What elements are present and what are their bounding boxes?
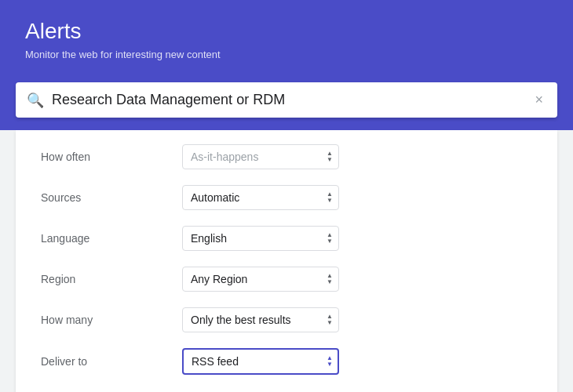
how-many-label: How many <box>41 314 182 326</box>
sources-select[interactable]: Automatic News Blogs Web Video Books Dis… <box>182 185 339 210</box>
deliver-to-select-wrapper: RSS feed Email ▲ ▼ <box>182 348 339 375</box>
how-often-select-wrapper: As-it-happens At most once a day At most… <box>182 144 339 169</box>
page-title: Alerts <box>25 19 548 44</box>
search-input[interactable] <box>52 92 531 108</box>
search-icon: 🔍 <box>27 92 44 109</box>
how-many-row: How many Only the best results All resul… <box>16 299 557 340</box>
header: Alerts Monitor the web for interesting n… <box>0 0 573 82</box>
how-many-select[interactable]: Only the best results All results <box>182 307 339 332</box>
language-select-wrapper: English Any Language ▲ ▼ <box>182 226 339 251</box>
clear-search-button[interactable]: × <box>531 90 546 110</box>
region-select-wrapper: Any Region United States United Kingdom … <box>182 267 339 292</box>
how-often-select[interactable]: As-it-happens At most once a day At most… <box>182 144 339 169</box>
region-label: Region <box>41 273 182 285</box>
deliver-to-row: Deliver to RSS feed Email ▲ ▼ <box>16 340 557 383</box>
search-bar-container: 🔍 × <box>0 82 573 130</box>
region-select[interactable]: Any Region United States United Kingdom <box>182 267 339 292</box>
language-label: Language <box>41 232 182 245</box>
how-often-label: How often <box>41 151 182 163</box>
sources-row: Sources Automatic News Blogs Web Video B… <box>16 177 557 218</box>
page-subtitle: Monitor the web for interesting new cont… <box>25 49 548 60</box>
footer-actions: Create Alert Hide options ▲ <box>16 383 557 392</box>
deliver-to-label: Deliver to <box>41 355 182 368</box>
sources-select-wrapper: Automatic News Blogs Web Video Books Dis… <box>182 185 339 210</box>
app-container: Alerts Monitor the web for interesting n… <box>0 0 573 392</box>
language-select[interactable]: English Any Language <box>182 226 339 251</box>
sources-label: Sources <box>41 191 182 204</box>
language-row: Language English Any Language ▲ ▼ <box>16 218 557 259</box>
search-bar: 🔍 × <box>16 82 557 118</box>
options-panel: How often As-it-happens At most once a d… <box>16 130 557 392</box>
deliver-to-select[interactable]: RSS feed Email <box>182 348 339 375</box>
how-many-select-wrapper: Only the best results All results ▲ ▼ <box>182 307 339 332</box>
how-often-row: How often As-it-happens At most once a d… <box>16 136 557 177</box>
region-row: Region Any Region United States United K… <box>16 259 557 299</box>
